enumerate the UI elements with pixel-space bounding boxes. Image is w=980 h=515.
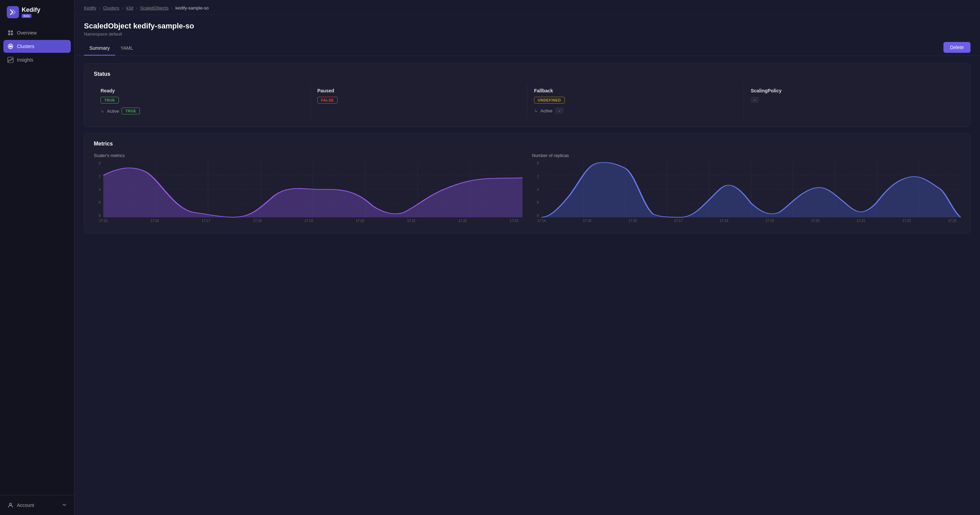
breadcrumb: Kedify › Clusters › k3d › ScaledObjects … [75,0,980,15]
y-label-6: 6 [94,201,102,204]
breadcrumb-sep-4: › [171,5,173,11]
replicas-title: Number of replicas [532,153,961,158]
sidebar-label-clusters: Clusters [17,44,34,49]
scalers-x-labels: 17:15 17:16 17:17 17:18 17:19 17:20 17:2… [103,219,522,226]
svg-rect-1 [11,30,13,32]
x-label-1716: 17:16 [150,219,159,226]
logo-text-wrap: Kedify Beta [22,6,40,18]
chevron-down-icon [62,502,67,508]
clusters-icon [8,43,14,49]
replicas-chart: Number of replicas 8 6 4 2 0 [532,153,961,226]
x-label-1719: 17:19 [304,219,313,226]
x-label-1715: 17:15 [99,219,107,226]
replicas-svg [541,162,961,217]
svg-rect-8 [8,57,13,63]
scalers-svg-area [103,162,522,217]
status-label-fallback: Fallback [534,88,737,93]
rx-label-1715: 17:15 [583,219,591,226]
x-label-1717: 17:17 [202,219,210,226]
y-label-0: 0 [94,162,102,165]
status-badge-paused: FALSE [317,97,337,103]
page-subtitle: Namespace default [84,32,970,36]
status-label-paused: Paused [317,88,520,93]
svg-rect-2 [8,33,10,35]
status-sub-fallback-active: ↳ Active - [534,108,737,114]
rx-label-1716: 17:16 [628,219,637,226]
status-col-paused: Paused FALSE [310,83,527,119]
replicas-x-labels: 17:14 17:15 17:16 17:17 17:18 17:19 17:2… [541,219,961,226]
page-title: ScaledObject kedify-sample-so [84,22,970,30]
scalers-metrics-title: Scaler's metrics [94,153,522,158]
ry-label-6: 6 [532,201,540,204]
replicas-svg-area [541,162,961,217]
ry-label-0: 0 [532,162,540,165]
status-sub-badge-active: TRUE [122,108,140,114]
breadcrumb-current: kedify-sample-so [175,5,208,11]
tab-summary[interactable]: Summary [84,43,115,55]
scalers-chart-area: 8 6 4 2 0 [94,162,522,226]
metrics-grid: Scaler's metrics 8 6 4 2 0 [94,153,961,226]
x-label-1721: 17:21 [407,219,415,226]
rx-label-1718: 17:18 [720,219,729,226]
scalers-svg [103,162,522,217]
sidebar: Kedify Beta Overview Clusters [0,0,75,515]
app-name: Kedify [22,6,40,14]
breadcrumb-scaledobjects[interactable]: ScaledObjects [140,5,169,11]
overview-icon [8,30,14,36]
sidebar-label-overview: Overview [17,30,37,35]
status-col-fallback: Fallback UNDEFINED ↳ Active - [527,83,744,119]
account-label: Account [17,502,34,508]
svg-point-9 [10,503,11,505]
svg-rect-0 [8,30,10,32]
status-sub-badge-fallback: - [555,108,563,114]
sidebar-item-overview[interactable]: Overview [3,26,71,39]
breadcrumb-clusters[interactable]: Clusters [103,5,119,11]
sub-arrow-active: ↳ [100,109,104,114]
insights-icon [8,57,14,63]
status-card: Status Ready TRUE ↳ Active TRUE Paused F… [84,63,970,127]
page-header: ScaledObject kedify-sample-so Namespace … [75,15,980,36]
replicas-chart-area: 8 6 4 2 0 [532,162,961,226]
breadcrumb-sep-3: › [136,5,137,11]
x-label-1723: 17:23 [510,219,518,226]
status-label-ready: Ready [100,88,304,93]
rx-label-1714: 17:14 [537,219,546,226]
delete-button[interactable]: Delete [943,42,970,53]
status-title: Status [94,71,961,77]
logo-area: Kedify Beta [0,0,74,23]
ry-label-4: 4 [532,188,540,192]
breadcrumb-sep-2: › [122,5,123,11]
sidebar-item-account[interactable]: Account [3,499,71,512]
metrics-card: Metrics Scaler's metrics 8 6 4 2 0 [84,133,970,233]
status-sub-label-active: Active [107,109,119,114]
ry-label-8: 8 [532,214,540,217]
content-area: Status Ready TRUE ↳ Active TRUE Paused F… [75,56,980,515]
tab-yaml[interactable]: YAML [115,43,138,55]
logo-icon [7,6,19,18]
status-col-ready: Ready TRUE ↳ Active TRUE [94,83,310,119]
tabs-bar: Summary YAML Delete [75,36,980,56]
scalers-y-labels: 8 6 4 2 0 [94,162,102,217]
account-icon [8,502,14,508]
status-col-scalingpolicy: ScalingPolicy - [744,83,961,119]
sidebar-item-insights[interactable]: Insights [3,54,71,66]
rx-label-1717: 17:17 [674,219,682,226]
y-label-4: 4 [94,188,102,192]
breadcrumb-k3d[interactable]: k3d [126,5,134,11]
status-badge-scalingpolicy: - [751,97,759,103]
rx-label-1722: 17:22 [902,219,911,226]
sidebar-bottom: Account [0,495,74,515]
sidebar-item-clusters[interactable]: Clusters [3,40,71,53]
breadcrumb-kedify[interactable]: Kedify [84,5,96,11]
main-content: Kedify › Clusters › k3d › ScaledObjects … [75,0,980,515]
status-badge-ready: TRUE [100,97,119,103]
beta-badge: Beta [22,14,32,18]
y-label-8: 8 [94,214,102,217]
status-label-scalingpolicy: ScalingPolicy [751,88,954,93]
ry-label-2: 2 [532,174,540,178]
x-label-1718: 17:18 [253,219,261,226]
status-grid: Ready TRUE ↳ Active TRUE Paused FALSE Fa… [94,83,961,119]
sub-arrow-fallback: ↳ [534,108,538,113]
replicas-y-labels: 8 6 4 2 0 [532,162,540,217]
status-sub-label-fallback: Active [541,108,552,113]
